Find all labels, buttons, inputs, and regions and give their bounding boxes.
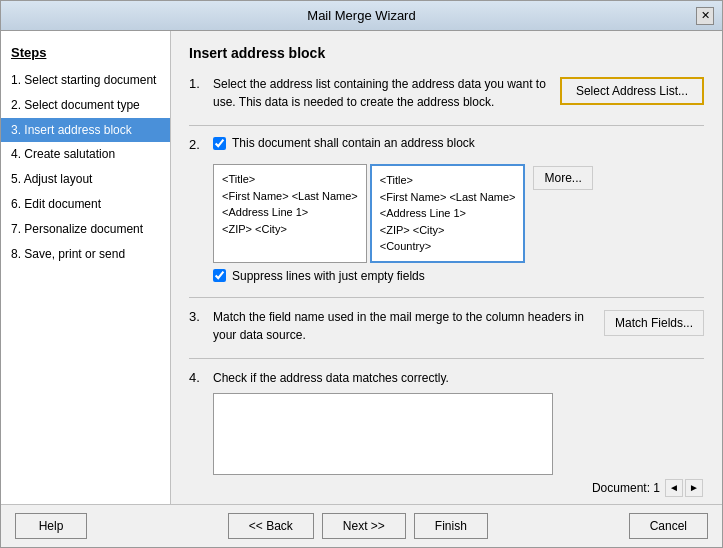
step2-row: 2. This document shall contain an addres… xyxy=(189,136,704,283)
match-fields-button[interactable]: Match Fields... xyxy=(604,310,704,336)
mail-merge-wizard-window: Mail Merge Wizard ✕ Steps 1. Select star… xyxy=(0,0,723,548)
address-block-checkbox[interactable] xyxy=(213,137,226,150)
step3-desc: Match the field name used in the mail me… xyxy=(213,308,584,344)
content-area: Steps 1. Select starting document 2. Sel… xyxy=(1,31,722,504)
finish-button[interactable]: Finish xyxy=(414,513,488,539)
step4-content: Check if the address data matches correc… xyxy=(213,369,704,497)
sidebar: Steps 1. Select starting document 2. Sel… xyxy=(1,31,171,504)
sidebar-item-step4[interactable]: 4. Create salutation xyxy=(1,142,170,167)
address-block-checkbox-label: This document shall contain an address b… xyxy=(232,136,475,150)
sidebar-heading: Steps xyxy=(1,41,170,68)
address-block-1[interactable]: <Title> <First Name> <Last Name> <Addres… xyxy=(213,164,367,263)
next-button[interactable]: Next >> xyxy=(322,513,406,539)
step2-checkbox-row: This document shall contain an address b… xyxy=(213,136,475,150)
step3-content: Match the field name used in the mail me… xyxy=(213,308,584,344)
footer-center: << Back Next >> Finish xyxy=(228,513,488,539)
document-label: Document: 1 xyxy=(592,481,660,495)
footer: Help << Back Next >> Finish Cancel xyxy=(1,504,722,547)
title-bar: Mail Merge Wizard ✕ xyxy=(1,1,722,31)
step2-number: 2. xyxy=(189,136,207,152)
nav-next-button[interactable]: ► xyxy=(685,479,703,497)
sidebar-item-step8[interactable]: 8. Save, print or send xyxy=(1,242,170,267)
document-nav: Document: 1 ◄ ► xyxy=(213,479,704,497)
step1-content: Select the address list containing the a… xyxy=(213,75,550,111)
address-block-2[interactable]: <Title> <First Name> <Last Name> <Addres… xyxy=(370,164,526,263)
sidebar-item-step2[interactable]: 2. Select document type xyxy=(1,93,170,118)
step1-desc: Select the address list containing the a… xyxy=(213,75,550,111)
suppress-empty-label: Suppress lines with just empty fields xyxy=(232,269,425,283)
help-button[interactable]: Help xyxy=(15,513,87,539)
select-address-list-button[interactable]: Select Address List... xyxy=(560,77,704,105)
divider3 xyxy=(189,358,704,359)
main-panel: Insert address block 1. Select the addre… xyxy=(171,31,722,504)
back-button[interactable]: << Back xyxy=(228,513,314,539)
sidebar-item-step3[interactable]: 3. Insert address block xyxy=(1,118,170,143)
section-title: Insert address block xyxy=(189,45,704,61)
step4-row: 4. Check if the address data matches cor… xyxy=(189,369,704,497)
cancel-button[interactable]: Cancel xyxy=(629,513,708,539)
nav-prev-button[interactable]: ◄ xyxy=(665,479,683,497)
close-button[interactable]: ✕ xyxy=(696,7,714,25)
step4-number: 4. xyxy=(189,369,207,385)
sidebar-item-step7[interactable]: 7. Personalize document xyxy=(1,217,170,242)
divider2 xyxy=(189,297,704,298)
address-preview-box xyxy=(213,393,553,475)
more-button[interactable]: More... xyxy=(533,166,592,190)
step3-row: 3. Match the field name used in the mail… xyxy=(189,308,704,344)
window-title: Mail Merge Wizard xyxy=(27,8,696,23)
step4-desc: Check if the address data matches correc… xyxy=(213,369,704,387)
sidebar-item-step1[interactable]: 1. Select starting document xyxy=(1,68,170,93)
step1-right: Select Address List... xyxy=(560,75,704,105)
suppress-empty-checkbox[interactable] xyxy=(213,269,226,282)
divider1 xyxy=(189,125,704,126)
sidebar-item-step6[interactable]: 6. Edit document xyxy=(1,192,170,217)
step1-row: 1. Select the address list containing th… xyxy=(189,75,704,111)
step1-number: 1. xyxy=(189,75,207,91)
sidebar-item-step5[interactable]: 5. Adjust layout xyxy=(1,167,170,192)
step3-number: 3. xyxy=(189,308,207,324)
